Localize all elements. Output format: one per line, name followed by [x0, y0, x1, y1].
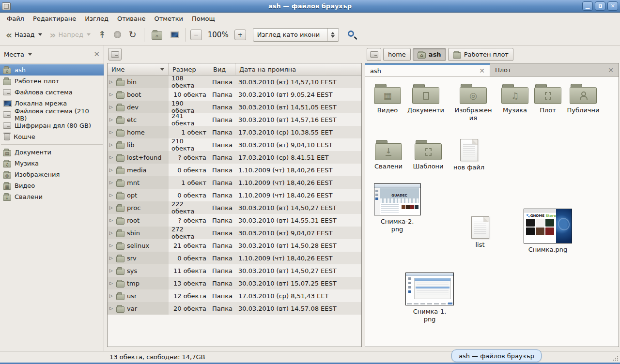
- file-list[interactable]: list: [458, 216, 502, 249]
- computer-button[interactable]: [167, 30, 181, 40]
- zoom-in-button[interactable]: +: [234, 30, 246, 40]
- expander-icon[interactable]: ▷: [109, 79, 114, 84]
- tree-row[interactable]: ▷selinux21 обектаПапка30.03.2010 (вт) 14…: [108, 239, 361, 252]
- tree-row[interactable]: ▷lost+found? обектаПапка17.03.2010 (ср) …: [108, 151, 361, 164]
- sidebar-close-icon[interactable]: ✕: [93, 50, 100, 59]
- column-header-date[interactable]: Дата на промяна: [235, 63, 361, 75]
- file-templates[interactable]: Шаблони: [406, 140, 450, 170]
- path-button-ash[interactable]: ⌂ash: [413, 48, 446, 61]
- search-button[interactable]: [341, 30, 358, 39]
- tree-row[interactable]: ▷mnt1 обектПапка1.10.2009 (чт) 18,40,26 …: [108, 176, 361, 189]
- expander-icon[interactable]: ▷: [109, 105, 114, 109]
- menu-file[interactable]: Файл: [3, 14, 28, 24]
- column-header-name[interactable]: Име: [108, 63, 169, 75]
- sidebar-item-desktop[interactable]: Работен плот: [0, 76, 104, 87]
- resize-grip[interactable]: [613, 355, 619, 361]
- column-header-kind[interactable]: Вид: [209, 63, 235, 75]
- path-root-button[interactable]: [367, 48, 381, 61]
- sidebar-item-downloads[interactable]: ↓Свалени: [0, 191, 104, 202]
- icon-view[interactable]: ▦ Видео Документи ◎ Изображен ия ♫ Музик…: [365, 77, 619, 347]
- close-button[interactable]: ✕: [607, 1, 618, 11]
- file-snimka-1-png[interactable]: Снимка-1. png: [405, 273, 454, 324]
- expander-icon[interactable]: ▷: [109, 256, 114, 260]
- tree-row[interactable]: ▷bin108 обектаПапка30.03.2010 (вт) 14,57…: [108, 76, 361, 88]
- tab-ash[interactable]: ash✕: [365, 63, 490, 76]
- file-public[interactable]: Публични: [561, 84, 605, 114]
- path-button-home[interactable]: home: [383, 48, 411, 61]
- column-header-size[interactable]: Размер: [169, 63, 209, 75]
- expander-icon[interactable]: ▷: [109, 281, 114, 286]
- toolbar-separator: [144, 28, 144, 42]
- menu-go[interactable]: Отиване: [113, 14, 149, 24]
- tree-row[interactable]: ▷home1 обектПапка17.03.2010 (ср) 10,38,5…: [108, 126, 361, 138]
- expander-icon[interactable]: ▷: [109, 218, 114, 223]
- back-button[interactable]: « Назад: [3, 29, 45, 40]
- sidebar-item-filesystem-210mb[interactable]: Файлова система (210 MB): [0, 109, 104, 120]
- zoom-out-button[interactable]: −: [190, 30, 202, 40]
- sidebar-item-music[interactable]: ♫Музика: [0, 158, 104, 169]
- expander-icon[interactable]: ▷: [109, 130, 114, 135]
- maximize-button[interactable]: [595, 1, 605, 11]
- path-button-desktop[interactable]: Работен плот: [448, 48, 513, 61]
- menu-view[interactable]: Изглед: [81, 14, 112, 24]
- view-mode-select[interactable]: Изглед като икони: [253, 28, 339, 42]
- expander-icon[interactable]: ▷: [109, 230, 114, 235]
- expander-icon[interactable]: ▷: [109, 268, 114, 273]
- file-snimka-2-png[interactable]: GUADEC Снимка-2. png: [375, 183, 419, 234]
- tree-root-button[interactable]: [108, 48, 122, 61]
- tree-row[interactable]: ▷srv0 обектаПапка1.10.2009 (чт) 18,40,26…: [108, 252, 361, 264]
- sidebar-item-documents[interactable]: ▤Документи: [0, 147, 104, 158]
- tab-desktop[interactable]: Плот✕: [490, 63, 619, 76]
- expander-icon[interactable]: ▷: [109, 155, 114, 160]
- reload-button[interactable]: ↻: [126, 28, 140, 41]
- tab-close-icon[interactable]: ✕: [479, 67, 485, 75]
- expander-icon[interactable]: ▷: [109, 306, 114, 311]
- stop-button[interactable]: [111, 29, 124, 40]
- tree-row[interactable]: ▷lib210 обектаПапка30.03.2010 (вт) 9,04,…: [108, 138, 361, 151]
- expander-icon[interactable]: ▷: [109, 117, 114, 122]
- sidebar-item-filesystem[interactable]: Файлова система: [0, 87, 104, 98]
- expander-icon[interactable]: ▷: [109, 142, 114, 147]
- minimize-button[interactable]: ▁: [582, 1, 593, 11]
- expander-icon[interactable]: ▷: [109, 293, 114, 298]
- tree-row[interactable]: ▷dev190 обектаПапка30.03.2010 (вт) 14,51…: [108, 101, 361, 113]
- tree-row[interactable]: ▷var20 обектаПапка30.03.2010 (вт) 14,57,…: [108, 302, 361, 315]
- expander-icon[interactable]: ▷: [109, 180, 114, 185]
- sidebar-mode-select[interactable]: Места: [4, 51, 24, 58]
- tree-row[interactable]: ▷sys11 обектаПапка30.03.2010 (вт) 14,50,…: [108, 264, 361, 277]
- sidebar-item-home[interactable]: ⌂ash: [0, 64, 104, 76]
- tree-row[interactable]: ▷tmp13 обектаПапка30.03.2010 (вт) 15,07,…: [108, 277, 361, 289]
- sidebar-item-videos[interactable]: ▦Видео: [0, 180, 104, 191]
- file-snimka-png[interactable]: 🐾GNOME Store Снимка.png: [524, 209, 572, 254]
- screenshot-thumbnail: [405, 273, 454, 305]
- tree-row[interactable]: ▷proc222 обектаПапка30.03.2010 (вт) 14,5…: [108, 201, 361, 214]
- menu-bookmarks[interactable]: Отметки: [150, 14, 186, 24]
- tree-row[interactable]: ▷sbin272 обектаПапка30.03.2010 (вт) 9,04…: [108, 227, 361, 239]
- menu-edit[interactable]: Редактиране: [29, 14, 80, 24]
- tree-row[interactable]: ▷root? обектаПапка30.03.2010 (вт) 14,55,…: [108, 214, 361, 227]
- home-button[interactable]: ⌂: [149, 28, 165, 42]
- up-button[interactable]: ↟: [95, 28, 109, 41]
- documents-folder-icon: ▤: [3, 150, 11, 156]
- file-new-file[interactable]: нов файл: [447, 139, 491, 171]
- menu-help[interactable]: Помощ: [188, 14, 219, 24]
- tree-row[interactable]: ▷boot10 обектаПапка30.03.2010 (вт) 9,05,…: [108, 88, 361, 101]
- expander-icon[interactable]: ▷: [109, 205, 114, 210]
- tree-row[interactable]: ▷opt0 обектаПапка1.10.2009 (чт) 18,40,26…: [108, 189, 361, 201]
- file-documents[interactable]: Документи: [403, 84, 448, 114]
- expander-icon[interactable]: ▷: [109, 92, 114, 97]
- expander-icon[interactable]: ▷: [109, 243, 114, 248]
- sidebar-item-trash[interactable]: Кошче: [0, 131, 104, 142]
- folder-icon: [116, 218, 124, 225]
- tree-row[interactable]: ▷media0 обектаПапка1.10.2009 (чт) 18,40,…: [108, 164, 361, 176]
- expander-icon[interactable]: ▷: [109, 167, 114, 172]
- tree-row[interactable]: ▷usr12 обектаПапка17.03.2010 (ср) 8,51,4…: [108, 289, 361, 302]
- tab-close-icon[interactable]: ✕: [608, 66, 614, 74]
- expander-icon[interactable]: ▷: [109, 193, 114, 197]
- tree-row[interactable]: ▷etc241 обектаПапка30.03.2010 (вт) 14,57…: [108, 113, 361, 126]
- file-downloads[interactable]: ↓ Свалени: [366, 140, 411, 170]
- forward-button[interactable]: » Напред: [47, 29, 93, 40]
- file-pictures[interactable]: ◎ Изображен ия: [451, 84, 496, 122]
- sidebar-item-pictures[interactable]: ◎Изображения: [0, 169, 104, 180]
- sidebar-item-encrypted-80gb[interactable]: Шифриран дял (80 GB): [0, 120, 104, 131]
